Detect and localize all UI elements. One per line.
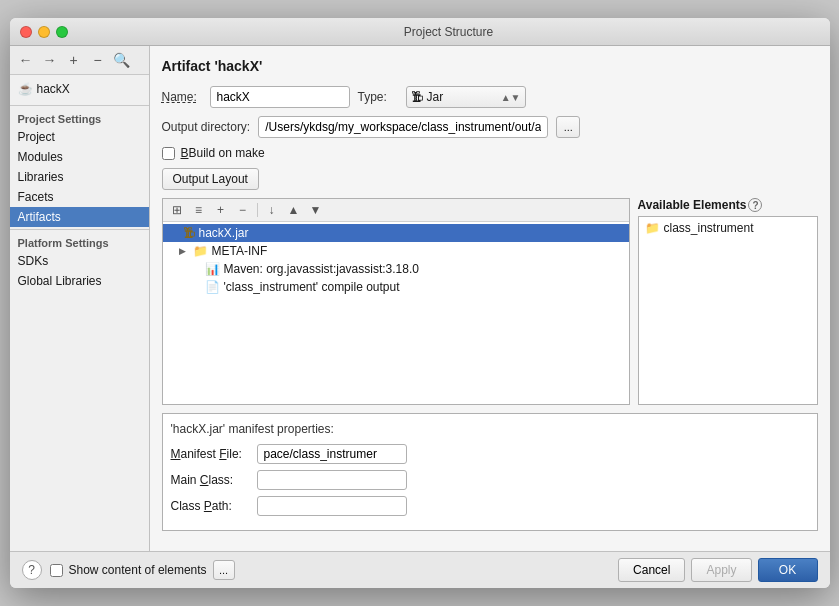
left-toolbar: ← → + − 🔍 xyxy=(10,46,149,75)
manifest-file-row: Manifest File: xyxy=(171,444,809,464)
tree-up-button[interactable]: ▲ xyxy=(284,201,304,219)
sidebar-item-facets[interactable]: Facets xyxy=(10,187,149,207)
sidebar-item-sdks[interactable]: SDKs xyxy=(10,251,149,271)
name-label: Name: xyxy=(162,90,202,104)
separator-2 xyxy=(10,229,149,230)
output-dir-input[interactable] xyxy=(258,116,548,138)
left-tree: ☕ hackX xyxy=(10,75,149,103)
main-class-row: Main Class: xyxy=(171,470,809,490)
main-class-input[interactable] xyxy=(257,470,407,490)
artifact-title: Artifact 'hackX' xyxy=(162,58,818,74)
compile-label: 'class_instrument' compile output xyxy=(224,280,400,294)
show-content-checkbox[interactable] xyxy=(50,564,63,577)
tree-node-hackxjar[interactable]: 🗜 hackX.jar xyxy=(163,224,629,242)
artifact-tree-panel: ⊞ ≡ + − ↓ ▲ ▼ 🗜 hackX.jar xyxy=(162,198,630,405)
section-platform-settings: Platform Settings xyxy=(10,232,149,251)
tree-btn-1[interactable]: ⊞ xyxy=(167,201,187,219)
expand-arrow-metainf: ▶ xyxy=(179,246,189,256)
compile-icon: 📄 xyxy=(205,280,220,294)
build-on-make-label: BBuild on make xyxy=(181,146,265,160)
output-layout-button[interactable]: Output Layout xyxy=(162,168,259,190)
forward-button[interactable]: → xyxy=(40,50,60,70)
show-content-details-button[interactable]: ... xyxy=(213,560,235,580)
hackx-label: hackX xyxy=(37,82,70,96)
type-label: Type: xyxy=(358,90,398,104)
right-panel: Artifact 'hackX' Name: Type: 🗜 Jar ▲▼ Ou… xyxy=(150,46,830,551)
manifest-title: 'hackX.jar' manifest properties: xyxy=(171,422,809,436)
add-button[interactable]: + xyxy=(64,50,84,70)
tree-remove-button[interactable]: − xyxy=(233,201,253,219)
action-buttons: Cancel Apply OK xyxy=(618,558,817,582)
build-on-make-row: BBuild on make xyxy=(162,146,818,160)
project-structure-window: Project Structure ← → + − 🔍 ☕ hackX Proj… xyxy=(10,18,830,588)
sidebar-item-global-libraries[interactable]: Global Libraries xyxy=(10,271,149,291)
class-path-label: Class Path: xyxy=(171,499,251,513)
toolbar-separator xyxy=(257,203,258,217)
maven-label: Maven: org.javassist:javassist:3.18.0 xyxy=(224,262,419,276)
left-panel: ← → + − 🔍 ☕ hackX Project Settings Proje… xyxy=(10,46,150,551)
tree-toolbar: ⊞ ≡ + − ↓ ▲ ▼ xyxy=(163,199,629,222)
maven-icon: 📊 xyxy=(205,262,220,276)
ok-button[interactable]: OK xyxy=(758,558,818,582)
output-dir-row: Output directory: ... xyxy=(162,116,818,138)
close-button[interactable] xyxy=(20,26,32,38)
folder-icon-metainf: 📁 xyxy=(193,244,208,258)
output-dir-browse-button[interactable]: ... xyxy=(556,116,580,138)
tree-add-button[interactable]: + xyxy=(211,201,231,219)
jar-icon: 🗜 xyxy=(411,90,423,104)
tree-node-meta-inf[interactable]: ▶ 📁 META-INF xyxy=(163,242,629,260)
show-content-row: Show content of elements ... xyxy=(50,560,611,580)
apply-button[interactable]: Apply xyxy=(691,558,751,582)
chevron-down-icon: ▲▼ xyxy=(501,92,521,103)
available-help-icon[interactable]: ? xyxy=(748,198,762,212)
type-select[interactable]: 🗜 Jar ▲▼ xyxy=(406,86,526,108)
tree-down-button[interactable]: ▼ xyxy=(306,201,326,219)
class-path-input[interactable] xyxy=(257,496,407,516)
manifest-file-input[interactable] xyxy=(257,444,407,464)
minimize-button[interactable] xyxy=(38,26,50,38)
name-type-row: Name: Type: 🗜 Jar ▲▼ xyxy=(162,86,818,108)
back-button[interactable]: ← xyxy=(16,50,36,70)
cancel-button[interactable]: Cancel xyxy=(618,558,685,582)
show-content-label: Show content of elements xyxy=(69,563,207,577)
available-tree: 📁 class_instrument xyxy=(638,216,818,405)
jar-file-icon: 🗜 xyxy=(183,226,195,240)
separator-1 xyxy=(10,105,149,106)
available-node-class-instrument[interactable]: 📁 class_instrument xyxy=(639,219,817,237)
main-class-label: Main Class: xyxy=(171,473,251,487)
tree-btn-2[interactable]: ≡ xyxy=(189,201,209,219)
class-path-row: Class Path: xyxy=(171,496,809,516)
tree-sort-button[interactable]: ↓ xyxy=(262,201,282,219)
artifact-tree-content: 🗜 hackX.jar ▶ 📁 META-INF 📊 Maven: org.ja… xyxy=(163,222,629,404)
window-title: Project Structure xyxy=(78,25,820,39)
folder-icon-classinstrument: 📁 xyxy=(645,221,660,235)
section-project-settings: Project Settings xyxy=(10,108,149,127)
main-content: ← → + − 🔍 ☕ hackX Project Settings Proje… xyxy=(10,46,830,551)
build-on-make-checkbox[interactable] xyxy=(162,147,175,160)
sidebar-item-modules[interactable]: Modules xyxy=(10,147,149,167)
title-bar: Project Structure xyxy=(10,18,830,46)
hackx-icon: ☕ xyxy=(18,82,33,96)
manifest-section: 'hackX.jar' manifest properties: Manifes… xyxy=(162,413,818,531)
help-button[interactable]: ? xyxy=(22,560,42,580)
name-input[interactable] xyxy=(210,86,350,108)
remove-button[interactable]: − xyxy=(88,50,108,70)
bottom-bar: ? Show content of elements ... Cancel Ap… xyxy=(10,551,830,588)
hackxjar-label: hackX.jar xyxy=(199,226,249,240)
sidebar-item-artifacts[interactable]: Artifacts xyxy=(10,207,149,227)
sidebar-item-project[interactable]: Project xyxy=(10,127,149,147)
left-tree-hackx[interactable]: ☕ hackX xyxy=(10,79,149,99)
middle-area: ⊞ ≡ + − ↓ ▲ ▼ 🗜 hackX.jar xyxy=(162,198,818,405)
traffic-lights xyxy=(20,26,68,38)
tree-node-maven[interactable]: 📊 Maven: org.javassist:javassist:3.18.0 xyxy=(163,260,629,278)
zoom-button[interactable]: 🔍 xyxy=(112,50,132,70)
class-instrument-label: class_instrument xyxy=(664,221,754,235)
tree-node-compile[interactable]: 📄 'class_instrument' compile output xyxy=(163,278,629,296)
output-dir-label: Output directory: xyxy=(162,120,251,134)
available-elements-label: Available Elements ? xyxy=(638,198,818,212)
available-elements-panel: Available Elements ? 📁 class_instrument xyxy=(638,198,818,405)
maximize-button[interactable] xyxy=(56,26,68,38)
meta-inf-label: META-INF xyxy=(212,244,268,258)
sidebar-item-libraries[interactable]: Libraries xyxy=(10,167,149,187)
manifest-file-label: Manifest File: xyxy=(171,447,251,461)
